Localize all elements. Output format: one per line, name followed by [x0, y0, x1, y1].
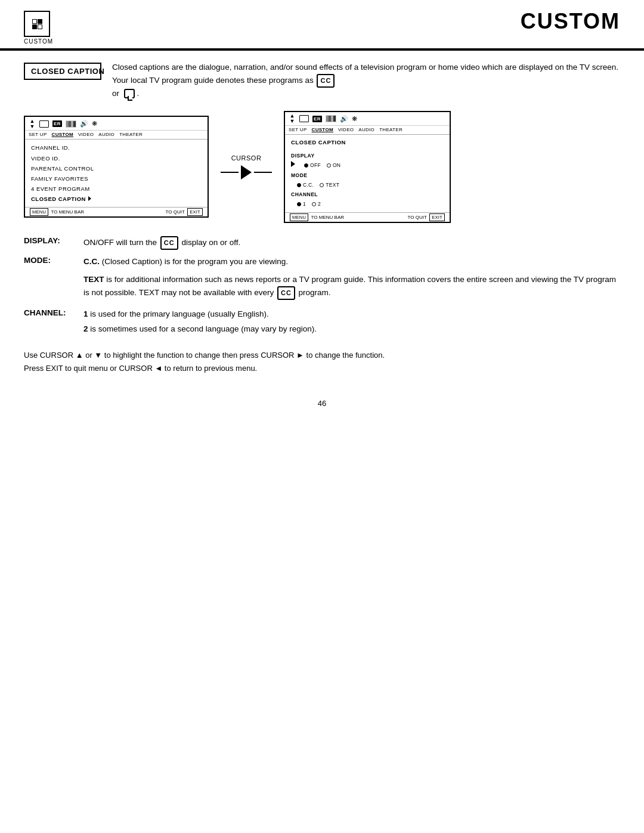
cc-chat-icon [124, 89, 135, 98]
mode-sub-label: MODE [291, 171, 445, 180]
display-sub-label: DISPLAY [291, 151, 445, 160]
page-number: 46 [24, 399, 620, 408]
mode-text: TEXT [320, 181, 339, 190]
main-content: CLOSED CAPTION Closed captions are the d… [0, 51, 644, 426]
channel-2-line: 2 is sometimes used for a second languag… [83, 323, 620, 336]
menu-item-video-id: VIDEO ID. [31, 153, 203, 163]
mode-text: C.C. (Closed Caption) is for the program… [83, 256, 620, 268]
left-menu-items: CHANNEL ID. VIDEO ID. PARENTAL CONTROL F… [25, 140, 208, 207]
tab-audio-left: AUDIO [98, 132, 114, 137]
display-label: DISPLAY: [24, 236, 83, 245]
radio-ch1-filled [297, 202, 301, 206]
menu-item-family: FAMILY FAVORITES [31, 174, 203, 184]
menu-item-closed-caption: CLOSED CAPTION [31, 194, 203, 204]
page-title: CUSTOM [521, 11, 620, 35]
er-icon-right: ER [312, 116, 322, 122]
display-on: ON [327, 161, 340, 170]
tab-setup-right: SET UP [289, 127, 307, 132]
logo-sq-3 [32, 24, 37, 29]
left-menu-icon-bar: ▲ ▼ ER 🔊 ❋ [25, 117, 208, 131]
page-header: CUSTOM CUSTOM [0, 0, 644, 49]
tab-video-right: VIDEO [338, 127, 354, 132]
footer-instructions: Use CURSOR ▲ or ▼ to highlight the funct… [24, 349, 620, 375]
mode-desc-row: MODE: C.C. (Closed Caption) is for the p… [24, 256, 620, 268]
text-main: is for additional information such as ne… [83, 275, 616, 297]
arrow-ud-icon: ▲ ▼ [29, 120, 36, 128]
tab-theater-left: THEATER [119, 132, 143, 137]
er-icon-left: ER [52, 120, 62, 127]
cursor-arrow [221, 165, 272, 179]
right-menu-tabs: SET UP CUSTOM VIDEO AUDIO THEATER [285, 126, 450, 135]
color-bars-right [326, 115, 336, 122]
channel-text: 1 is used for the primary language (usua… [83, 308, 620, 336]
cc-desc-or: or [112, 89, 119, 98]
channel-1: 1 [297, 200, 306, 209]
arrow-ud-icon-right: ▲ ▼ [289, 115, 296, 122]
theater-icon-left: ❋ [92, 120, 97, 128]
text-bold: TEXT [83, 275, 104, 284]
display-desc-row: DISPLAY: ON/OFF will turn the CC display… [24, 236, 620, 250]
speaker-icon-left: 🔊 [80, 120, 88, 128]
cursor-label: CURSOR [231, 154, 262, 162]
right-footer-right: TO QUIT EXIT [408, 215, 445, 220]
text-end: program. [299, 289, 331, 298]
theater-icon-right: ❋ [352, 115, 357, 123]
radio-text-empty [320, 183, 324, 187]
tab-theater-right: THEATER [379, 127, 402, 132]
logo-box [24, 11, 50, 37]
mode-cc-bold: C.C. [83, 257, 100, 266]
cc-sub-items: CLOSED CAPTION DISPLAY OFF ON [285, 135, 450, 212]
footer-line1: Use CURSOR ▲ or ▼ to highlight the funct… [24, 349, 620, 362]
cc-desc-text-1: Closed captions are the dialogue, narrat… [112, 63, 618, 85]
footer-line2: Press EXIT to quit menu or CURSOR ◄ to r… [24, 362, 620, 375]
arrow-line-right [254, 172, 272, 173]
radio-ch2-empty [312, 202, 316, 206]
channel-1-text: is used for the primary language (usuall… [90, 309, 268, 318]
display-text-1: ON/OFF will turn the [83, 238, 157, 247]
right-footer-left: MENU TO MENU BAR [290, 215, 344, 220]
tv-icon-right [299, 115, 309, 122]
logo-sq-1 [32, 19, 37, 24]
speaker-icon-right: 🔊 [340, 115, 348, 123]
exit-key-right: EXIT [429, 213, 445, 221]
mode-text-main: (Closed Caption) is for the program you … [102, 257, 288, 266]
channel-2: 2 [312, 200, 321, 209]
menu-item-channel-id: CHANNEL ID. [31, 143, 203, 153]
channel-sub-label: CHANNEL [291, 190, 445, 199]
mode-radio-row: C.C. TEXT [291, 181, 445, 190]
right-menu-diagram: ▲ ▼ ER 🔊 ❋ SET UP CUSTOM VIDEO A [284, 111, 451, 223]
tab-audio-right: AUDIO [358, 127, 374, 132]
left-footer-left: MENU TO MENU BAR [30, 209, 84, 215]
right-menu-icon-bar: ▲ ▼ ER 🔊 ❋ [285, 112, 450, 126]
menu-item-parental: PARENTAL CONTROL [31, 163, 203, 174]
channel-desc-row: CHANNEL: 1 is used for the primary langu… [24, 308, 620, 336]
left-menu-footer: MENU TO MENU BAR TO QUIT EXIT [25, 207, 208, 216]
tab-custom-left: CUSTOM [52, 132, 73, 137]
cc-arrow-right [88, 196, 91, 201]
cc-icon-display: CC [160, 236, 178, 250]
right-menu-footer: MENU TO MENU BAR TO QUIT EXIT [285, 212, 450, 222]
display-radio-row: OFF ON [291, 160, 445, 171]
text-desc-text: TEXT is for additional information such … [83, 274, 620, 300]
cc-submenu-title: CLOSED CAPTION [291, 138, 445, 148]
cc-desc-period: . [137, 89, 140, 98]
arrow-line-left [221, 172, 239, 173]
display-text-2: display on or off. [181, 238, 240, 247]
menu-key-left: MENU [30, 208, 48, 216]
closed-caption-label: CLOSED CAPTION [24, 63, 101, 80]
color-bars-left [66, 120, 76, 128]
display-text: ON/OFF will turn the CC display on or of… [83, 236, 620, 250]
mode-label: MODE: [24, 256, 83, 265]
tab-custom-right: CUSTOM [312, 127, 333, 132]
logo-sq-2 [38, 19, 42, 24]
cc-icon-header: CC [317, 74, 335, 88]
channel-1-bold: 1 [83, 309, 88, 318]
channel-radio-row: 1 2 [291, 200, 445, 209]
logo-sq-4 [38, 24, 42, 29]
menu-item-4event: 4 EVENT PROGRAM [31, 184, 203, 194]
header-custom-small: CUSTOM [24, 38, 53, 45]
menu-key-right: MENU [290, 213, 308, 221]
display-arrow [291, 160, 297, 171]
mode-cc: C.C. [297, 181, 314, 190]
channel-label: CHANNEL: [24, 308, 83, 317]
